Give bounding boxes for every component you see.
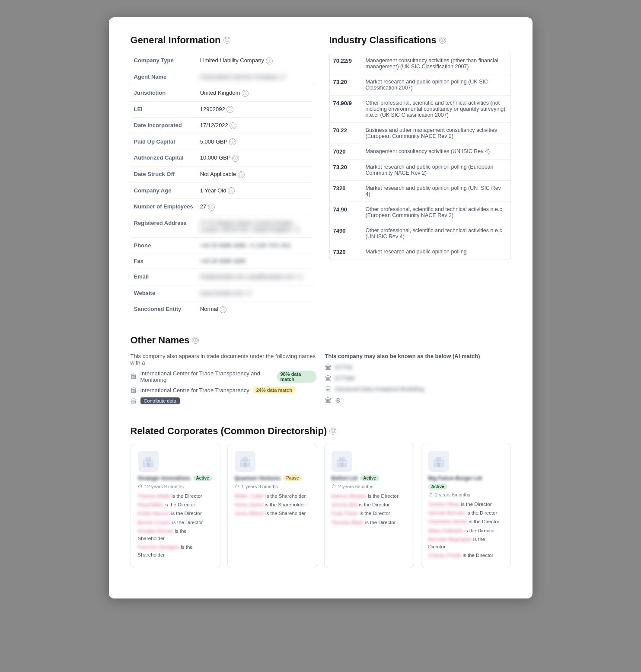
corp-time-row: ⏱ 2 years 6months (428, 492, 504, 497)
field-info-icon[interactable]: ⓘ (220, 306, 226, 313)
industry-code: 7320 (330, 244, 362, 260)
industry-code: 7320 (330, 181, 362, 202)
field-label: Authorized Capital (131, 150, 197, 166)
industry-scroll[interactable]: 70.22/9Management consultancy activities… (329, 53, 511, 260)
field-value: 10,000 GBP ⓘ (197, 150, 312, 166)
industry-desc: Market research and public opinion polli… (362, 181, 510, 202)
general-info-title: General Information ⓘ (131, 35, 312, 46)
person-row: Theresa Wade is the Director (138, 493, 213, 500)
field-value: +44 20 4586 1690, +1 228 7371 821 (197, 238, 312, 253)
other-names-left: This company also appears in trade docum… (131, 353, 316, 408)
related-info-icon[interactable]: ⓘ (329, 428, 336, 435)
match-badge: 24% data match (253, 387, 296, 394)
field-info-icon[interactable]: ⓘ (246, 290, 252, 297)
corp-card[interactable]: Strategic InnovationsActive⏱ 12 years 9 … (131, 444, 220, 568)
person-name: Adam Fullbright (428, 528, 463, 533)
corp-card[interactable]: Big Future Burger LtdActive⏱ 2 years 6mo… (421, 444, 511, 568)
status-badge: Pause (283, 475, 302, 481)
corp-persons: Kathryn Murphy is the DirectorJerome Bel… (332, 493, 407, 526)
person-row: Tynisha Olney is the Director (428, 501, 504, 508)
person-name: Chaney Chubb (428, 553, 462, 558)
svg-rect-18 (434, 461, 436, 463)
person-row: Kristin Maroon is the Director (138, 510, 213, 517)
field-label: Phone (131, 238, 197, 253)
person-name: Charlotete Hamer (428, 519, 468, 524)
building-icon: 🏛 (325, 374, 332, 382)
field-label: Fax (131, 253, 197, 269)
other-name-text: International Centre for Trade Transpare… (140, 387, 249, 394)
industry-info-icon[interactable]: ⓘ (439, 37, 446, 44)
person-row: Henry, Arthur is the Shareholder (235, 501, 310, 509)
person-name: White, Collier (235, 493, 264, 499)
field-info-icon[interactable]: ⓘ (229, 138, 236, 145)
svg-rect-6 (242, 457, 248, 461)
field-info-icon[interactable]: ⓘ (208, 204, 215, 211)
field-info-icon[interactable]: ⓘ (226, 106, 233, 113)
field-value: Limited Liability Company ⓘ (197, 53, 312, 69)
person-role: is the Director (466, 510, 497, 515)
building-icon: 🏛 (131, 387, 137, 394)
field-value: www.sample.com ⓘ (197, 285, 312, 301)
person-row: Francine Handgins is the Shareholder (138, 544, 213, 559)
ai-name-text: ICTTaM (335, 375, 355, 381)
person-name: Hannah Burrows (428, 510, 466, 515)
field-info-icon[interactable]: ⓘ (230, 122, 236, 129)
field-value: Corporations Service Company ⓘ (197, 69, 312, 85)
field-info-icon[interactable]: ⓘ (238, 171, 245, 178)
svg-rect-2 (147, 463, 149, 467)
person-name: Kristin Maroon (138, 511, 170, 516)
field-label: Jurisdiction (131, 85, 197, 102)
person-role: is the Director (469, 519, 499, 524)
person-role: is the Shareholder (265, 493, 306, 499)
industry-desc: Market research and public opinion polli… (362, 244, 510, 260)
building-icon: 🏛 (131, 373, 137, 380)
person-row: Bonnie Cooper is the Director (138, 519, 213, 526)
corp-time: 2 years 6months (435, 492, 470, 497)
industry-table: 70.22/9Management consultancy activities… (330, 53, 510, 260)
svg-rect-7 (243, 463, 246, 467)
industry-code: 74.90 (330, 202, 362, 223)
clock-icon: ⏱ (235, 484, 239, 489)
contribute-row: 🏛 Contribute data (131, 397, 316, 405)
corp-name: Big Future Burger Ltd (428, 475, 482, 481)
person-name: Floyd Miller (138, 502, 163, 507)
top-two-col: General Information ⓘ Company TypeLimite… (131, 35, 511, 317)
corp-time-row: ⏱ 12 years 9 months (138, 484, 213, 489)
field-info-icon[interactable]: ⓘ (294, 226, 301, 233)
related-section: Related Corporates (Common Directorship)… (131, 426, 511, 568)
field-value: 27 ⓘ (197, 199, 312, 215)
field-info-icon[interactable]: ⓘ (280, 74, 287, 80)
clock-icon: ⏱ (332, 484, 336, 489)
person-row: Charlotete Hamer is the Director (428, 518, 504, 525)
field-label: Date Struck Off (131, 166, 197, 182)
corp-card[interactable]: Quantum VenturesPause⏱ 1 years 3 monthsW… (227, 444, 317, 568)
person-name: Henry, Arthur (235, 502, 264, 507)
person-role: is the Director (172, 493, 202, 499)
person-row: Barnette Megregian is the Director (428, 536, 504, 551)
field-info-icon[interactable]: ⓘ (266, 58, 273, 64)
industry-desc: Other professional, scientific and techn… (362, 202, 510, 223)
general-information-section: General Information ⓘ Company TypeLimite… (131, 35, 312, 317)
svg-rect-3 (144, 461, 146, 463)
field-info-icon[interactable]: ⓘ (232, 155, 239, 162)
other-names-info-icon[interactable]: ⓘ (192, 337, 199, 344)
other-name-text: International Center for Trade Transpare… (140, 370, 274, 383)
field-info-icon[interactable]: ⓘ (297, 274, 303, 281)
status-badge: Active (360, 475, 379, 481)
corp-persons: Tynisha Olney is the DirectorHannah Burr… (428, 501, 504, 560)
corp-card[interactable]: Belfort LtdActive⏱ 2 years 6monthsKathry… (324, 444, 414, 568)
field-label: Number of Employees (131, 199, 197, 215)
person-role: is the Director (464, 528, 495, 533)
corp-time: 12 years 9 months (145, 484, 184, 489)
field-info-icon[interactable]: ⓘ (242, 90, 249, 97)
person-name: Cody Fisher (332, 511, 358, 516)
other-name-right-row: 🏛Advanced Data Analytical Modelling (325, 385, 511, 393)
contribute-tooltip[interactable]: Contribute data (140, 397, 180, 404)
corp-card-icon (428, 451, 449, 472)
add-name-button[interactable]: ⊕ (335, 396, 341, 404)
person-name: Tynisha Olney (428, 502, 460, 507)
person-row: Theresa Wade is the Director (332, 519, 407, 526)
general-info-icon[interactable]: ⓘ (223, 37, 230, 44)
field-info-icon[interactable]: ⓘ (228, 187, 235, 194)
field-label: Company Age (131, 182, 197, 199)
